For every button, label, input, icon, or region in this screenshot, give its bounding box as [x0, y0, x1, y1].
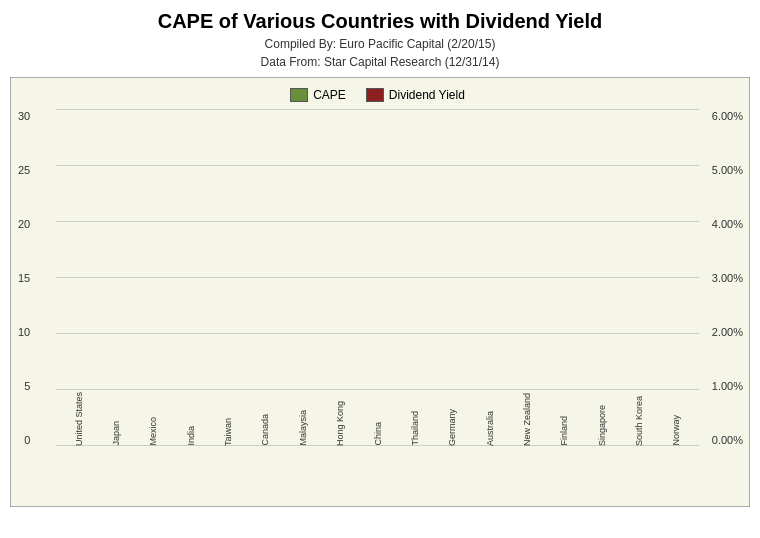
bar-group: Mexico — [135, 413, 172, 446]
y-right-label: 4.00% — [712, 218, 743, 230]
y-right-label: 2.00% — [712, 326, 743, 338]
y-left-label: 10 — [18, 326, 30, 338]
bar-label: Hong Kong — [335, 401, 345, 446]
bar-group: Norway — [658, 411, 695, 446]
bar-label: Australia — [485, 411, 495, 446]
bar-group: South Korea — [620, 392, 657, 446]
bar-group: Malaysia — [284, 406, 321, 446]
bar-label: Singapore — [597, 405, 607, 446]
bar-label: Japan — [111, 421, 121, 446]
bar-label: New Zealand — [522, 393, 532, 446]
y-right-label: 5.00% — [712, 164, 743, 176]
chart-container: CAPE Dividend Yield 051015202530 0.00%1.… — [10, 77, 750, 507]
bar-label: Finland — [559, 416, 569, 446]
bar-group: Taiwan — [209, 414, 246, 446]
bar-label: China — [373, 422, 383, 446]
bar-label: Thailand — [410, 411, 420, 446]
bar-group: China — [359, 418, 396, 446]
bar-group: Finland — [546, 412, 583, 446]
bar-group: Hong Kong — [322, 397, 359, 446]
bars-area: United StatesJapanMexicoIndiaTaiwanCanad… — [56, 110, 699, 446]
bar-group: Canada — [247, 410, 284, 446]
bar-label: Taiwan — [223, 418, 233, 446]
y-right-label: 1.00% — [712, 380, 743, 392]
bar-group: India — [172, 422, 209, 446]
bar-label: Canada — [260, 414, 270, 446]
chart-area: 051015202530 0.00%1.00%2.00%3.00%4.00%5.… — [56, 110, 699, 446]
legend-cape: CAPE — [290, 88, 346, 102]
bar-group: Thailand — [396, 407, 433, 446]
y-left-label: 30 — [18, 110, 30, 122]
bar-label: Malaysia — [298, 410, 308, 446]
bar-group: Japan — [97, 417, 134, 446]
y-left-label: 15 — [18, 272, 30, 284]
y-left-label: 25 — [18, 164, 30, 176]
bar-label: Norway — [671, 415, 681, 446]
legend-div: Dividend Yield — [366, 88, 465, 102]
y-left-label: 0 — [24, 434, 30, 446]
bar-group: Germany — [434, 405, 471, 446]
bar-label: Mexico — [148, 417, 158, 446]
y-right-label: 6.00% — [712, 110, 743, 122]
y-left-label: 5 — [24, 380, 30, 392]
y-left-label: 20 — [18, 218, 30, 230]
bar-group: New Zealand — [508, 389, 545, 446]
y-right-label: 3.00% — [712, 272, 743, 284]
legend: CAPE Dividend Yield — [56, 88, 699, 102]
y-axis-left: 051015202530 — [18, 110, 30, 446]
y-right-label: 0.00% — [712, 434, 743, 446]
chart-title: CAPE of Various Countries with Dividend … — [158, 10, 603, 33]
bar-group: Australia — [471, 407, 508, 446]
bar-group: Singapore — [583, 401, 620, 446]
subtitle: Compiled By: Euro Pacific Capital (2/20/… — [261, 35, 500, 71]
bar-group: United States — [60, 388, 97, 446]
bar-label: Germany — [447, 409, 457, 446]
bar-label: United States — [74, 392, 84, 446]
y-axis-right: 0.00%1.00%2.00%3.00%4.00%5.00%6.00% — [712, 110, 743, 446]
bar-label: India — [186, 426, 196, 446]
bar-label: South Korea — [634, 396, 644, 446]
